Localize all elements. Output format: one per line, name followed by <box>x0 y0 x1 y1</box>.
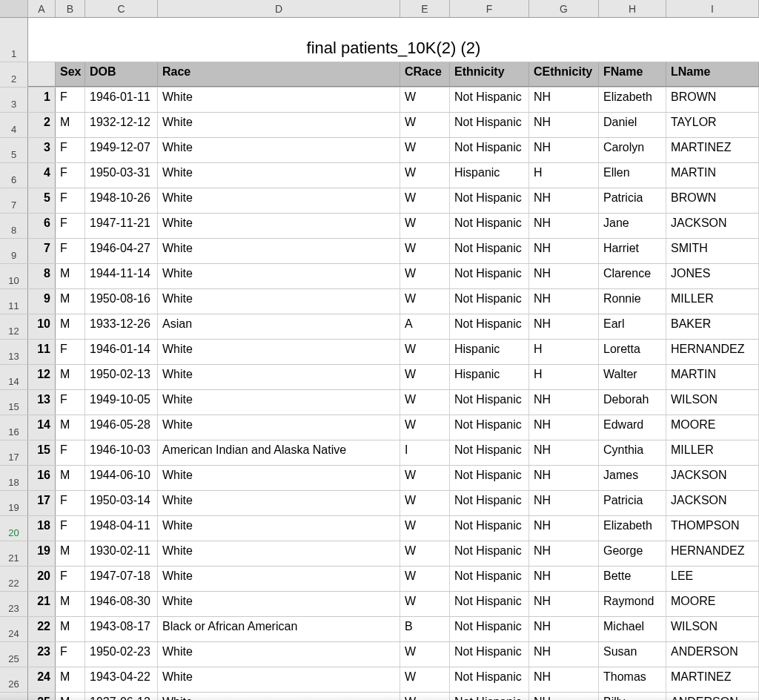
cell-fname[interactable]: Edward <box>599 415 666 440</box>
cell-sex[interactable]: M <box>56 592 85 616</box>
cell-cethnicity[interactable]: H <box>529 163 599 188</box>
cell-lname[interactable]: BROWN <box>666 188 759 213</box>
cell-race[interactable]: White <box>158 516 400 541</box>
cell-lname[interactable]: ANDERSON <box>666 642 759 667</box>
cell-race[interactable]: White <box>158 214 400 238</box>
cell-ethnicity[interactable]: Not Hispanic <box>450 138 529 162</box>
row-number[interactable]: 10 <box>0 264 28 288</box>
cell-ethnicity[interactable]: Not Hispanic <box>450 415 529 440</box>
cell-cethnicity[interactable]: NH <box>529 289 599 314</box>
cell-crace[interactable]: W <box>400 163 450 188</box>
cell-idx[interactable]: 22 <box>28 617 56 641</box>
cell-ethnicity[interactable]: Hispanic <box>450 365 529 389</box>
cell-crace[interactable]: W <box>400 365 450 389</box>
cell-ethnicity[interactable]: Not Hispanic <box>450 541 529 566</box>
cell-dob[interactable]: 1950-03-31 <box>85 163 158 188</box>
cell-dob[interactable]: 1948-10-26 <box>85 188 158 213</box>
cell-idx[interactable]: 20 <box>28 567 56 591</box>
cell-idx[interactable]: 4 <box>28 163 56 188</box>
header-cell-idx[interactable] <box>28 62 56 87</box>
cell-sex[interactable]: F <box>56 138 85 162</box>
cell-idx[interactable]: 16 <box>28 466 56 490</box>
cell-sex[interactable]: F <box>56 390 85 415</box>
cell-sex[interactable]: M <box>56 667 85 692</box>
cell-lname[interactable]: HERNANDEZ <box>666 340 759 364</box>
cell-ethnicity[interactable]: Not Hispanic <box>450 667 529 692</box>
cell-dob[interactable]: 1950-02-13 <box>85 365 158 389</box>
cell-race[interactable]: White <box>158 188 400 213</box>
cell-sex[interactable]: M <box>56 365 85 389</box>
cell-fname[interactable]: Carolyn <box>599 138 666 162</box>
cell-ethnicity[interactable]: Not Hispanic <box>450 617 529 641</box>
cell-dob[interactable]: 1944-06-10 <box>85 466 158 490</box>
row-number[interactable]: 17 <box>0 440 28 465</box>
cell-cethnicity[interactable]: NH <box>529 415 599 440</box>
row-number[interactable]: 26 <box>0 667 28 692</box>
cell-lname[interactable]: MARTIN <box>666 365 759 389</box>
cell-fname[interactable]: Deborah <box>599 390 666 415</box>
column-header-H[interactable]: H <box>599 0 666 17</box>
row-number[interactable]: 22 <box>0 567 28 591</box>
cell-fname[interactable]: Patricia <box>599 491 666 515</box>
cell-dob[interactable]: 1947-11-21 <box>85 214 158 238</box>
cell-idx[interactable]: 7 <box>28 239 56 263</box>
cell-cethnicity[interactable]: NH <box>529 88 599 112</box>
row-number[interactable]: 23 <box>0 592 28 616</box>
cell-dob[interactable]: 1943-04-22 <box>85 667 158 692</box>
cell-fname[interactable]: Clarence <box>599 264 666 288</box>
cell-race[interactable]: White <box>158 567 400 591</box>
cell-ethnicity[interactable]: Not Hispanic <box>450 214 529 238</box>
cell-race[interactable]: White <box>158 138 400 162</box>
cell-dob[interactable]: 1950-08-16 <box>85 289 158 314</box>
cell-crace[interactable]: W <box>400 516 450 541</box>
cell-dob[interactable]: 1949-10-05 <box>85 390 158 415</box>
cell-fname[interactable]: Patricia <box>599 188 666 213</box>
cell-lname[interactable]: SMITH <box>666 239 759 263</box>
cell-ethnicity[interactable]: Not Hispanic <box>450 390 529 415</box>
cell-cethnicity[interactable]: NH <box>529 541 599 566</box>
cell-fname[interactable]: Daniel <box>599 113 666 137</box>
spreadsheet-viewport[interactable]: ABCDEFGHI 1 final patients_10K(2) (2) 2 … <box>0 0 759 700</box>
cell-dob[interactable]: 1930-02-11 <box>85 541 158 566</box>
header-cell-lname[interactable]: LName <box>666 62 759 87</box>
cell-idx[interactable]: 5 <box>28 188 56 213</box>
cell-crace[interactable]: W <box>400 214 450 238</box>
cell-race[interactable]: White <box>158 667 400 692</box>
cell-idx[interactable]: 9 <box>28 289 56 314</box>
cell-fname[interactable]: Elizabeth <box>599 516 666 541</box>
cell-idx[interactable]: 23 <box>28 642 56 667</box>
row-number[interactable]: 5 <box>0 138 28 162</box>
row-number[interactable]: 14 <box>0 365 28 389</box>
cell-ethnicity[interactable]: Not Hispanic <box>450 440 529 465</box>
cell-crace[interactable]: W <box>400 415 450 440</box>
cell-lname[interactable]: MOORE <box>666 415 759 440</box>
cell-dob[interactable]: 1948-04-11 <box>85 516 158 541</box>
cell-sex[interactable]: F <box>56 163 85 188</box>
cell-race[interactable]: White <box>158 466 400 490</box>
cell-fname[interactable]: Walter <box>599 365 666 389</box>
row-number[interactable]: 25 <box>0 642 28 667</box>
cell-dob[interactable]: 1933-12-26 <box>85 314 158 339</box>
cell-race[interactable]: White <box>158 340 400 364</box>
cell-fname[interactable]: Susan <box>599 642 666 667</box>
cell-crace[interactable]: A <box>400 314 450 339</box>
cell-sex[interactable]: M <box>56 466 85 490</box>
cell-cethnicity[interactable]: NH <box>529 214 599 238</box>
column-header-D[interactable]: D <box>158 0 400 17</box>
cell-dob[interactable]: 1932-12-12 <box>85 113 158 137</box>
cell-fname[interactable]: Raymond <box>599 592 666 616</box>
cell-fname[interactable]: Cynthia <box>599 440 666 465</box>
cell-race[interactable]: White <box>158 642 400 667</box>
cell-dob[interactable]: 1950-03-14 <box>85 491 158 515</box>
cell-sex[interactable]: F <box>56 516 85 541</box>
cell-ethnicity[interactable]: Not Hispanic <box>450 264 529 288</box>
cell-fname[interactable]: Ronnie <box>599 289 666 314</box>
cell-fname[interactable]: Loretta <box>599 340 666 364</box>
cell-idx[interactable]: 8 <box>28 264 56 288</box>
row-number[interactable]: 2 <box>0 62 28 87</box>
cell-idx[interactable]: 24 <box>28 667 56 692</box>
cell-idx[interactable]: 17 <box>28 491 56 515</box>
cell-sex[interactable]: F <box>56 340 85 364</box>
cell-dob[interactable]: 1947-07-18 <box>85 567 158 591</box>
cell-dob[interactable]: 1943-08-17 <box>85 617 158 641</box>
